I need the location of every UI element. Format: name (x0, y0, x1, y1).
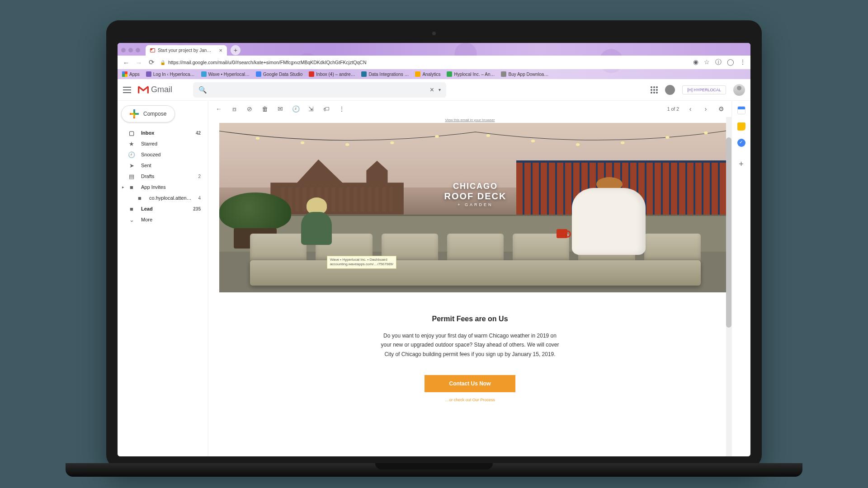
reload-button[interactable]: ⟳ (147, 58, 156, 66)
favicon-icon (146, 71, 151, 77)
gmail-header: Gmail 🔍 × ▾ [H] HYPERLOCAL (118, 79, 750, 101)
sidebar-item-starred[interactable]: ★Starred (121, 139, 204, 149)
mark-unread-icon[interactable]: ✉ (276, 105, 284, 113)
star-icon[interactable]: ☆ (704, 58, 710, 66)
bookmark-item[interactable]: Log In ‹ Hyperloca… (146, 71, 195, 77)
kebab-icon[interactable]: ⋮ (740, 58, 746, 66)
star-icon: ★ (128, 141, 135, 147)
gmail-body: Compose ▢Inbox42 ★Starred 🕘Snoozed ➤Sent… (118, 101, 750, 456)
contact-cta-button[interactable]: Contact Us Now (425, 375, 515, 392)
sidebar-label: Inbox (141, 130, 154, 136)
sidebar-item-inbox[interactable]: ▢Inbox42 (121, 128, 204, 138)
search-options-icon[interactable]: ▾ (439, 87, 441, 92)
bookmark-item[interactable]: Wave • Hyperlocal… (201, 71, 250, 77)
window-controls[interactable] (121, 48, 140, 52)
keep-icon[interactable] (737, 122, 745, 131)
more-icon[interactable]: ⋮ (338, 105, 346, 113)
back-to-list-icon[interactable]: ← (215, 105, 223, 113)
next-icon[interactable]: › (702, 105, 710, 113)
sidebar-count: 2 (198, 174, 201, 179)
bookmark-label: Apps (129, 72, 140, 77)
email-copy: Do you want to enjoy your first day of w… (380, 331, 561, 359)
sidebar-item-drafts[interactable]: ▤Drafts2 (121, 171, 204, 181)
bookmark-item[interactable]: Inbox (4) – andre… (309, 71, 355, 77)
bookmark-item[interactable]: Buy App Downloa… (501, 71, 548, 77)
compose-button[interactable]: Compose (121, 105, 175, 122)
browser-tab[interactable]: Start your project by January 1 × (146, 45, 227, 56)
sidebar-item-sublabel[interactable]: ■co.hyplocal.atten…4 (121, 193, 204, 203)
gmail-logo[interactable]: Gmail (137, 85, 172, 94)
email-content[interactable]: View this email in your browser (208, 117, 731, 456)
tasks-icon[interactable] (737, 139, 745, 147)
back-button[interactable]: ← (122, 58, 130, 66)
url-right-icons: ◉ ☆ ⓘ ◯ ⋮ (693, 58, 746, 66)
bookmark-item[interactable]: Data Integrations … (361, 71, 409, 77)
sidebar-count: 235 (193, 206, 201, 211)
apps-icon (122, 71, 127, 77)
address-field[interactable]: 🔒 https://mail.google.com/mail/u/0/#sear… (160, 60, 689, 65)
laptop-base (66, 463, 802, 477)
favicon-icon (361, 71, 367, 77)
org-chip: [H] HYPERLOCAL (682, 85, 726, 94)
sidebar: Compose ▢Inbox42 ★Starred 🕘Snoozed ➤Sent… (118, 101, 208, 456)
calendar-icon[interactable] (737, 106, 745, 114)
bookmark-item[interactable]: Analytics (415, 71, 440, 77)
cta-secondary-link[interactable]: …or check out Our Process (263, 398, 677, 402)
tab-strip: Start your project by January 1 × + (118, 43, 750, 56)
move-icon[interactable]: ⇲ (307, 105, 315, 113)
gmail-favicon (150, 48, 155, 52)
new-tab-button[interactable]: + (231, 45, 241, 55)
browser-chrome: Start your project by January 1 × + ← → … (118, 43, 750, 79)
bookmark-label: Inbox (4) – andre… (316, 72, 355, 77)
prev-icon[interactable]: ‹ (686, 105, 694, 113)
snooze-icon[interactable]: 🕘 (292, 105, 300, 113)
google-apps-icon[interactable] (651, 86, 658, 94)
laptop-frame: Start your project by January 1 × + ← → … (106, 20, 762, 468)
sidebar-item-more[interactable]: ⌄More (121, 215, 204, 225)
sidebar-item-sent[interactable]: ➤Sent (121, 160, 204, 170)
bookmark-item[interactable]: Google Data Studio (256, 71, 302, 77)
search-input[interactable]: 🔍 × ▾ (193, 82, 446, 98)
help-icon[interactable]: ⓘ (715, 58, 722, 66)
view-in-browser-link[interactable]: View this email in your browser (208, 118, 731, 122)
svg-point-10 (621, 141, 624, 144)
sidebar-label: co.hyplocal.atten… (149, 195, 192, 201)
lock-icon: 🔒 (160, 60, 165, 65)
sidebar-label: App Invites (141, 184, 165, 190)
sidebar-item-lead[interactable]: ■Lead235 (121, 204, 204, 214)
svg-point-2 (256, 137, 259, 140)
account-avatar[interactable] (733, 84, 745, 96)
sidebar-item-snoozed[interactable]: 🕘Snoozed (121, 150, 204, 160)
sidebar-label: Starred (141, 141, 157, 146)
send-icon: ➤ (128, 162, 135, 169)
archive-icon[interactable]: ⧈ (230, 105, 238, 113)
favicon-icon (309, 71, 314, 77)
scrollbar-thumb[interactable] (726, 137, 731, 328)
caret-icon: ▸ (122, 185, 124, 189)
bookmark-item[interactable]: Hyplocal Inc. – An… (447, 71, 495, 77)
delete-icon[interactable]: 🗑 (261, 105, 269, 113)
plus-icon (130, 109, 139, 118)
svg-point-3 (301, 141, 304, 144)
header-right: [H] HYPERLOCAL (651, 84, 745, 96)
forward-button[interactable]: → (135, 58, 143, 66)
svg-rect-0 (138, 86, 139, 93)
tab-close-icon[interactable]: × (219, 47, 222, 54)
settings-icon[interactable]: ⚙ (717, 105, 725, 113)
svg-point-7 (486, 134, 490, 137)
labels-icon[interactable]: 🏷 (322, 105, 330, 113)
scrollbar[interactable] (726, 117, 731, 456)
clear-search-icon[interactable]: × (430, 86, 434, 94)
notifications-icon[interactable] (665, 85, 675, 95)
addons-plus-icon[interactable]: + (739, 160, 744, 169)
eye-icon[interactable]: ◉ (693, 58, 698, 66)
hero-line-1: CHICAGO (444, 182, 507, 191)
page-counter: 1 of 2 (667, 106, 679, 112)
sidebar-item-appinvites[interactable]: ▸■App Invites (121, 182, 204, 192)
spam-icon[interactable]: ⊘ (245, 105, 254, 113)
bookmark-apps[interactable]: Apps (122, 71, 140, 77)
label-icon: ■ (128, 184, 135, 190)
hamburger-icon[interactable] (123, 87, 131, 93)
svg-point-8 (531, 140, 535, 142)
profile-icon[interactable]: ◯ (727, 58, 734, 66)
